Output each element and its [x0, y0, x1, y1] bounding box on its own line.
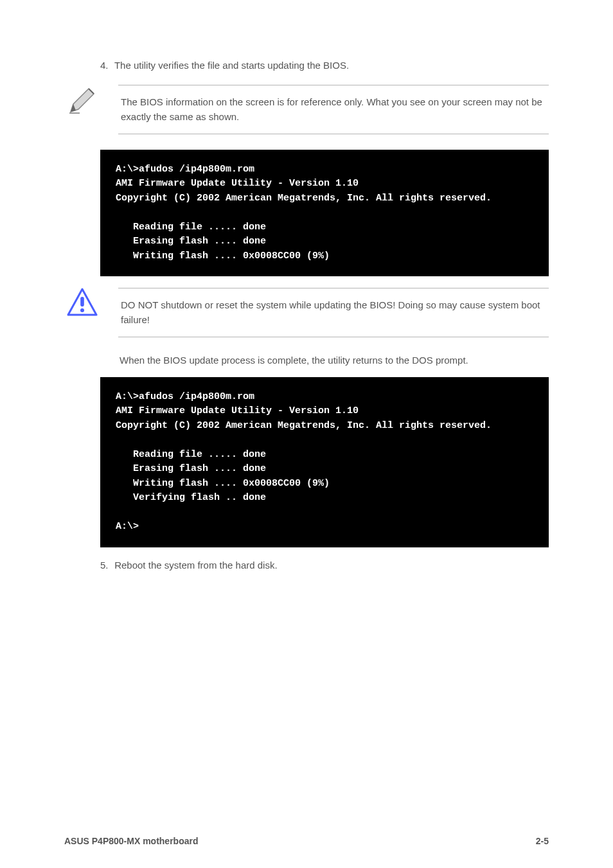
t1-l5: Reading file ..... done — [116, 222, 266, 233]
terminal-block-2: A:\>afudos /ip4p800m.rom AMI Firmware Up… — [100, 377, 549, 547]
step-4-number: 4. — [100, 58, 112, 73]
t1-l3: Copyright (C) 2002 American Megatrends, … — [116, 193, 492, 204]
t2-l6: Erasing flash .... done — [116, 463, 266, 474]
step-4-body: The utility verifies the file and starts… — [114, 60, 349, 71]
note-row-top: The BIOS information on the screen is fo… — [64, 85, 549, 134]
caution-icon-wrap — [64, 288, 100, 316]
t1-l6: Erasing flash .... done — [116, 236, 266, 247]
pencil-note-icon — [67, 85, 98, 116]
t2-l2: AMI Firmware Update Utility - Version 1.… — [116, 405, 359, 416]
footer-right: 2-5 — [536, 836, 549, 846]
svg-point-1 — [80, 308, 84, 312]
warning-icon — [67, 288, 98, 316]
t2-l3: Copyright (C) 2002 American Megatrends, … — [116, 420, 492, 431]
t2-l5: Reading file ..... done — [116, 449, 266, 460]
t1-l7: Writing flash .... 0x0008CC00 (9%) — [116, 251, 330, 261]
mid-para: When the BIOS update process is complete… — [120, 353, 549, 368]
t2-l1: A:\>afudos /ip4p800m.rom — [116, 391, 254, 402]
note-icon — [64, 85, 100, 116]
t1-l2: AMI Firmware Update Utility - Version 1.… — [116, 178, 359, 189]
caution-text: DO NOT shutdown or reset the system whil… — [121, 299, 540, 325]
mid-para-text: When the BIOS update process is complete… — [120, 355, 468, 366]
step-5-number: 5. — [100, 558, 112, 573]
page-footer: ASUS P4P800-MX motherboard 2-5 — [64, 836, 549, 846]
caution-box: DO NOT shutdown or reset the system whil… — [118, 288, 549, 337]
step-5-body: Reboot the system from the hard disk. — [114, 560, 277, 571]
t2-l10: A:\> — [116, 521, 139, 532]
step-4-text: 4. The utility verifies the file and sta… — [100, 58, 549, 73]
page: 4. The utility verifies the file and sta… — [0, 0, 613, 868]
terminal-block-1: A:\>afudos /ip4p800m.rom AMI Firmware Up… — [100, 150, 549, 277]
footer-left: ASUS P4P800-MX motherboard — [64, 836, 199, 846]
svg-rect-0 — [80, 297, 84, 306]
note-box-top: The BIOS information on the screen is fo… — [118, 85, 549, 134]
caution-row: DO NOT shutdown or reset the system whil… — [64, 288, 549, 337]
step-5-text: 5. Reboot the system from the hard disk. — [100, 558, 549, 573]
t2-l8: Verifying flash .. done — [116, 492, 266, 503]
t2-l7: Writing flash .... 0x0008CC00 (9%) — [116, 478, 330, 489]
t1-l1: A:\>afudos /ip4p800m.rom — [116, 164, 254, 175]
note-top-text: The BIOS information on the screen is fo… — [121, 96, 542, 122]
